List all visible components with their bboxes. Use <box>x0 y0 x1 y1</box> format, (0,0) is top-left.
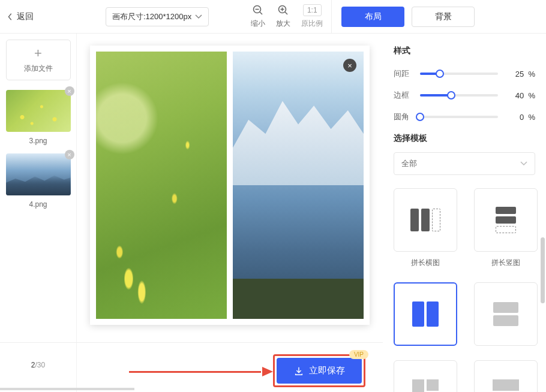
page-counter: 2/30 <box>31 361 45 369</box>
border-value: 40 % <box>505 91 535 100</box>
divider <box>0 388 134 390</box>
zoom-out-label: 缩小 <box>251 19 265 29</box>
tab-layout[interactable]: 布局 <box>341 7 404 27</box>
divider <box>0 342 383 343</box>
template-vertical-strip[interactable]: 拼长竖图 <box>474 188 538 268</box>
tab-buttons: 布局 背景 <box>341 7 475 27</box>
canvas-image-left[interactable] <box>96 52 227 319</box>
ratio-display: 1:1 <box>303 4 322 16</box>
template-horizontal-strip[interactable]: 拼长横图 <box>394 188 457 268</box>
save-button[interactable]: 立即保存 <box>277 358 362 384</box>
thumbnail-remove-button[interactable]: × <box>65 86 74 96</box>
border-slider[interactable] <box>420 94 498 97</box>
original-ratio-button[interactable]: 1:1 原比例 <box>301 4 323 29</box>
canvas-size-label: 画布尺寸:1200*1200px <box>112 11 191 22</box>
page-total: 30 <box>37 361 45 369</box>
canvas-close-button[interactable]: × <box>343 59 356 72</box>
slider-thumb[interactable] <box>416 113 424 121</box>
canvas-size-select[interactable]: 画布尺寸:1200*1200px <box>106 7 209 26</box>
border-label: 边框 <box>394 90 413 101</box>
zoom-in-button[interactable]: 放大 <box>276 4 290 29</box>
ratio-label: 原比例 <box>301 19 323 29</box>
slider-radius: 圆角 0 % <box>394 111 535 122</box>
spacing-label: 间距 <box>394 68 413 79</box>
tab-background[interactable]: 背景 <box>412 7 475 27</box>
select-value: 全部 <box>401 158 417 169</box>
template-two-column[interactable] <box>394 282 457 346</box>
divider <box>331 0 332 34</box>
chevron-left-icon <box>7 13 13 21</box>
template-label: 拼长竖图 <box>491 258 520 268</box>
thumbnail-item[interactable]: × 3.png <box>6 90 71 145</box>
zoom-out-icon <box>252 4 264 16</box>
spacing-value: 25 % <box>505 70 535 79</box>
canvas-image-right[interactable] <box>233 52 364 319</box>
annotation-highlight: VIP 立即保存 <box>273 354 365 387</box>
toolbar: 返回 画布尺寸:1200*1200px 缩小 放大 1:1 原比例 布局 背景 <box>0 0 546 34</box>
template-two-row[interactable] <box>474 282 538 346</box>
canvas-area: × <box>77 34 383 392</box>
radius-slider[interactable] <box>420 116 498 118</box>
save-button-label: 立即保存 <box>309 365 345 376</box>
scrollbar[interactable] <box>541 237 545 303</box>
chevron-down-icon <box>195 14 202 19</box>
slider-border: 边框 40 % <box>394 90 535 101</box>
template-label: 拼长横图 <box>411 258 440 268</box>
toolbar-right: 缩小 放大 1:1 原比例 <box>251 4 323 29</box>
template-top-stack[interactable] <box>474 360 538 392</box>
thumbnail-name: 4.png <box>6 200 71 209</box>
sidebar-left: + 添加文件 × 3.png × 4.png 2/30 <box>0 34 77 392</box>
spacing-slider[interactable] <box>420 73 498 75</box>
thumbnail-name: 3.png <box>6 137 71 145</box>
radius-value: 0 % <box>505 113 535 122</box>
vip-badge: VIP <box>349 350 368 359</box>
back-label: 返回 <box>17 11 34 22</box>
slider-spacing: 间距 25 % <box>394 68 535 79</box>
thumbnail-remove-button[interactable]: × <box>65 150 74 159</box>
add-file-button[interactable]: + 添加文件 <box>6 40 71 80</box>
zoom-in-icon <box>277 4 289 16</box>
slider-thumb[interactable] <box>436 70 444 78</box>
radius-label: 圆角 <box>394 111 413 122</box>
zoom-out-button[interactable]: 缩小 <box>251 4 265 29</box>
annotation-arrow <box>129 371 272 373</box>
canvas[interactable]: × <box>90 46 370 325</box>
panel-right: 样式 间距 25 % 边框 40 % 圆角 0 % <box>383 34 546 392</box>
zoom-in-label: 放大 <box>276 19 290 29</box>
plus-icon: + <box>34 47 42 60</box>
save-area: VIP 立即保存 <box>273 354 365 387</box>
template-left-stack[interactable] <box>394 360 457 392</box>
add-file-label: 添加文件 <box>24 64 53 74</box>
thumbnail-image <box>6 153 71 195</box>
back-button[interactable]: 返回 <box>7 11 34 22</box>
thumbnail-item[interactable]: × 4.png <box>6 153 71 209</box>
template-title: 选择模板 <box>394 133 535 144</box>
template-grid: 拼长横图 拼长竖图 <box>394 188 535 392</box>
thumbnail-image <box>6 90 71 132</box>
download-icon <box>293 366 304 376</box>
style-title: 样式 <box>394 46 535 56</box>
template-filter-select[interactable]: 全部 <box>394 152 535 175</box>
slider-thumb[interactable] <box>447 91 455 99</box>
main-area: + 添加文件 × 3.png × 4.png 2/30 × 样式 间距 <box>0 34 546 392</box>
chevron-down-icon <box>520 161 527 166</box>
